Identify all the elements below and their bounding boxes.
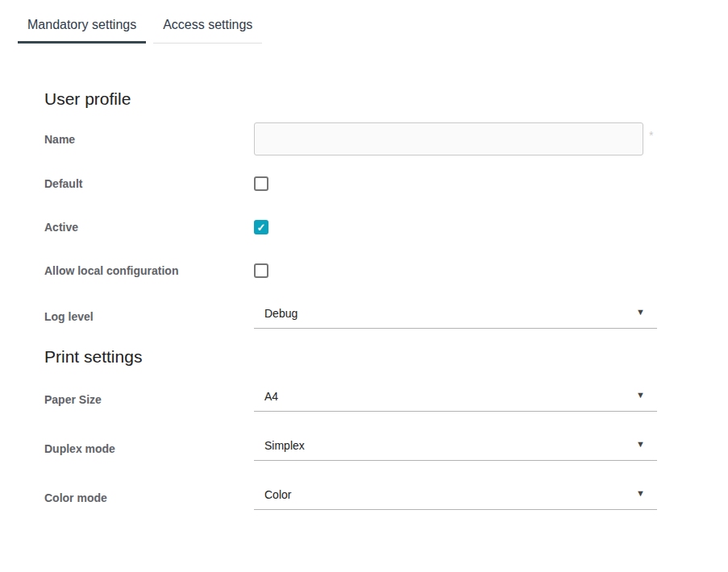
name-input-wrap: * [254, 122, 653, 155]
allow-local-configuration-label: Allow local configuration [44, 263, 254, 278]
active-label: Active [44, 220, 254, 234]
color-mode-row: Color mode Color ▼ [44, 485, 657, 510]
required-asterisk: * [649, 129, 653, 142]
name-input[interactable] [254, 122, 643, 155]
color-mode-select[interactable]: Color ▼ [254, 485, 657, 510]
default-label: Default [44, 176, 254, 191]
tab-access-settings[interactable]: Access settings [153, 10, 262, 44]
color-mode-label: Color mode [44, 491, 254, 505]
default-checkbox[interactable] [254, 176, 268, 191]
allow-local-configuration-checkbox[interactable] [254, 263, 268, 278]
default-row: Default [44, 176, 657, 191]
paper-size-label: Paper Size [44, 392, 254, 407]
name-label: Name [44, 132, 254, 147]
log-level-label: Log level [44, 309, 254, 324]
check-icon: ✓ [257, 222, 266, 233]
duplex-mode-row: Duplex mode Simplex ▼ [44, 436, 657, 461]
log-level-value: Debug [264, 305, 657, 321]
paper-size-value: A4 [264, 388, 657, 404]
paper-size-select[interactable]: A4 ▼ [254, 387, 657, 412]
duplex-mode-label: Duplex mode [44, 441, 254, 456]
active-row: Active ✓ [44, 220, 657, 234]
allow-local-configuration-row: Allow local configuration [44, 263, 657, 278]
active-checkbox[interactable]: ✓ [254, 220, 268, 234]
tab-bar: Mandatory settings Access settings [0, 0, 728, 44]
section-title-print-settings: Print settings [44, 347, 657, 367]
name-row: Name * [44, 122, 657, 155]
color-mode-value: Color [264, 487, 657, 503]
chevron-down-icon: ▼ [636, 440, 645, 449]
chevron-down-icon: ▼ [636, 489, 645, 498]
chevron-down-icon: ▼ [636, 391, 645, 400]
duplex-mode-select[interactable]: Simplex ▼ [254, 436, 657, 461]
tab-mandatory-settings[interactable]: Mandatory settings [18, 10, 146, 44]
log-level-row: Log level Debug ▼ [44, 304, 657, 329]
paper-size-row: Paper Size A4 ▼ [44, 387, 657, 412]
settings-form: User profile Name * Default Active ✓ All… [44, 89, 657, 510]
log-level-select[interactable]: Debug ▼ [254, 304, 657, 329]
section-title-user-profile: User profile [44, 89, 657, 109]
chevron-down-icon: ▼ [636, 308, 645, 317]
duplex-mode-value: Simplex [264, 437, 657, 454]
